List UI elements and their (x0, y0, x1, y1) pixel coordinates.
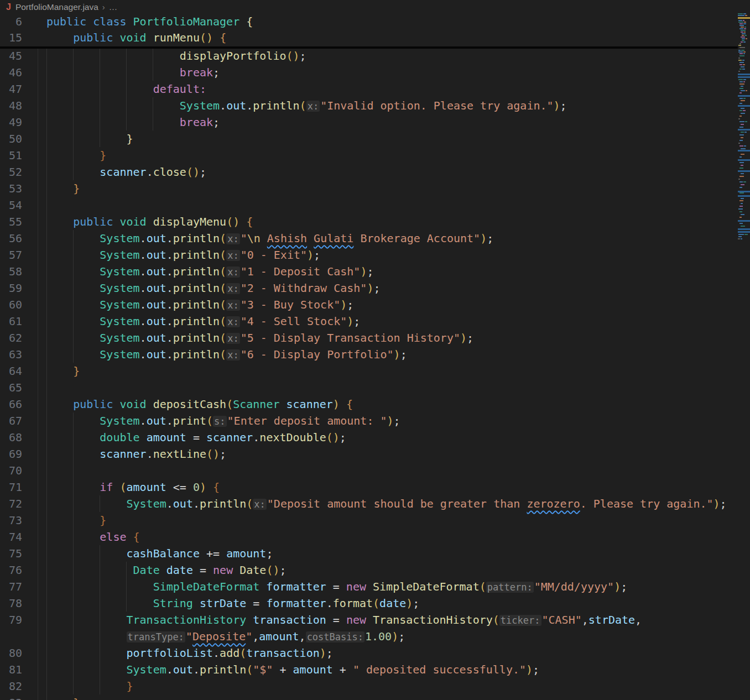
code-line[interactable]: 53 } (0, 180, 738, 197)
token: else (100, 530, 126, 544)
code-editor[interactable]: 45 displayPortfolio();46 break;47 defaul… (0, 48, 738, 700)
token: double (100, 431, 139, 444)
token: scanner (100, 165, 146, 179)
line-number: 48 (0, 97, 22, 114)
minimap-mark (744, 145, 746, 147)
breadcrumb-file-name[interactable]: PortfolioManager.java (15, 2, 98, 12)
minimap-mark (742, 60, 744, 61)
code-line[interactable]: 65 (0, 379, 738, 396)
minimap-mark (738, 22, 743, 23)
token (239, 15, 246, 28)
code-line-wrap[interactable]: transType:"Deposite",amount,costBasis:1.… (0, 628, 738, 645)
token: . (220, 99, 226, 112)
minimap-mark (742, 35, 744, 36)
code-line[interactable]: 81 System.out.println("$" + amount + " d… (0, 661, 738, 678)
minimap-mark (739, 162, 744, 163)
token: ) (480, 232, 487, 245)
code-line[interactable]: 60 System.out.println(x:"3 - Buy Stock")… (0, 296, 738, 313)
token: ; (266, 547, 273, 560)
code-text: } (46, 694, 80, 700)
code-line[interactable]: 50 } (0, 130, 738, 147)
minimap-mark (746, 90, 747, 91)
code-line[interactable]: 66 public void depositCash(Scanner scann… (0, 396, 738, 412)
minimap-mark (743, 23, 746, 24)
code-line[interactable]: 47 default: (0, 81, 738, 97)
code-line[interactable]: 71 if (amount <= 0) { (0, 479, 738, 495)
breadcrumb[interactable]: J PortfolioManager.java › … (0, 0, 738, 14)
code-line[interactable]: 54 (0, 197, 738, 213)
code-line[interactable]: 55 public void displayMenu() { (0, 213, 738, 230)
token: , (299, 630, 306, 643)
minimap-mark (746, 38, 747, 39)
minimap-mark (738, 20, 742, 21)
line-number: 83 (0, 694, 22, 700)
code-line[interactable]: 72 System.out.println(x:"Deposit amount … (0, 495, 738, 512)
code-line[interactable]: 67 System.out.print(s:"Enter deposit amo… (0, 412, 738, 429)
code-line[interactable]: 77 SimpleDateFormat formatter = new Simp… (0, 578, 738, 595)
code-line[interactable]: 64 } (0, 363, 738, 379)
code-line[interactable]: 76 Date date = new Date(); (0, 562, 738, 578)
code-line[interactable]: 68 double amount = scanner.nextDouble(); (0, 429, 738, 446)
breadcrumb-ellipsis[interactable]: … (109, 2, 118, 12)
minimap-mark (739, 103, 742, 104)
code-line[interactable]: 62 System.out.println(x:"5 - Display Tra… (0, 330, 738, 346)
minimap-mark (739, 88, 743, 89)
code-line[interactable]: 78 String strDate = formatter.format(dat… (0, 595, 738, 612)
minimap-mark (743, 64, 745, 65)
minimap[interactable] (738, 0, 750, 254)
code-line[interactable]: 59 System.out.println(x:"2 - Withdraw Ca… (0, 280, 738, 296)
code-line[interactable]: 15 public void runMenu() { (0, 30, 738, 46)
code-line[interactable]: 46 break; (0, 64, 738, 81)
code-line[interactable]: 82 } (0, 678, 738, 694)
code-line[interactable]: 80 portfolioList.add(transaction); (0, 645, 738, 661)
code-line[interactable]: 61 System.out.println(x:"4 - Sell Stock"… (0, 313, 738, 330)
token (233, 563, 239, 577)
code-line[interactable]: 75 cashBalance += amount; (0, 545, 738, 562)
token: . (140, 331, 147, 344)
inlay-hint: x: (253, 499, 266, 510)
minimap-mark (738, 143, 740, 144)
code-line[interactable]: 63 System.out.println(x:"6 - Display Por… (0, 346, 738, 363)
minimap-mark (739, 127, 743, 128)
token: <= (166, 480, 193, 494)
token: . (166, 414, 173, 427)
token: . (213, 646, 220, 660)
code-line[interactable]: 52 scanner.close(); (0, 164, 738, 180)
minimap-mark (741, 154, 744, 155)
token: ( (206, 414, 213, 427)
code-line[interactable]: 49 break; (0, 114, 738, 130)
code-line[interactable]: 51 } (0, 147, 738, 164)
code-line[interactable]: 74 else { (0, 529, 738, 545)
token: displayPortfolio (180, 49, 287, 62)
indent-guide (73, 462, 74, 479)
sticky-scroll[interactable]: 6public class PortfolioManager {15 publi… (0, 14, 738, 46)
token: 0 (193, 480, 200, 494)
code-line[interactable]: 45 displayPortfolio(); (0, 48, 738, 64)
token: = (246, 597, 266, 610)
code-text: } (46, 678, 133, 694)
token: out (147, 265, 166, 278)
minimap-mark (738, 50, 741, 51)
line-number: 15 (0, 30, 22, 46)
code-text: public void depositCash(Scanner scanner)… (46, 396, 353, 412)
code-line[interactable]: 79 TransactionHistory transaction = new … (0, 612, 738, 628)
token: ; (467, 331, 473, 344)
code-line[interactable]: 56 System.out.println(x:"\n Ashish Gulat… (0, 230, 738, 247)
token: ; (300, 49, 306, 62)
code-line[interactable]: 70 (0, 462, 738, 479)
code-line[interactable]: 83 } (0, 694, 738, 700)
code-line[interactable]: 57 System.out.println(x:"0 - Exit"); (0, 247, 738, 263)
token: "1 - Deposit Cash" (241, 265, 361, 278)
token: out (147, 281, 166, 295)
token: () (266, 563, 279, 577)
minimap-mark (744, 132, 747, 133)
code-line[interactable]: 48 System.out.println(x:"Invalid option.… (0, 97, 738, 114)
code-line[interactable]: 6public class PortfolioManager { (0, 14, 738, 30)
code-line[interactable]: 69 scanner.nextLine(); (0, 446, 738, 462)
line-number: 53 (0, 180, 22, 197)
code-line[interactable]: 58 System.out.println(x:"1 - Deposit Cas… (0, 263, 738, 280)
token (279, 398, 286, 411)
token: public (73, 31, 119, 44)
line-number: 76 (0, 562, 22, 578)
code-line[interactable]: 73 } (0, 512, 738, 529)
